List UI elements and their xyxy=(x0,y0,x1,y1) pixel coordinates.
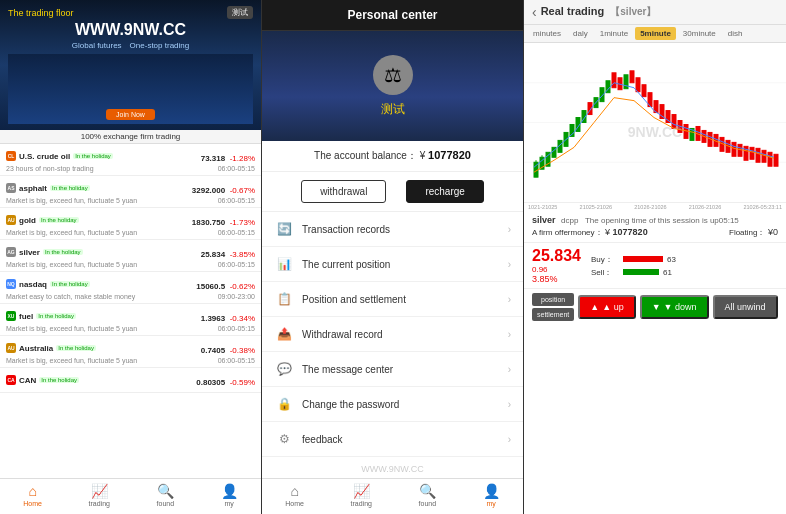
market-time: 06:00-05:15 xyxy=(218,325,255,332)
exchange-bar: 100% exchange firm trading xyxy=(0,130,261,144)
nav-item-home[interactable]: ⌂Home xyxy=(285,483,304,510)
svg-rect-18 xyxy=(612,73,616,88)
menu-label: Position and settlement xyxy=(302,294,508,305)
avatar: ⚖ xyxy=(373,55,413,95)
menu-item-position-and-settlement[interactable]: 📋 Position and settlement › xyxy=(262,282,523,317)
market-price: 0.7405 xyxy=(201,346,225,355)
market-time: 06:00-05:15 xyxy=(218,357,255,364)
down-button[interactable]: ▼ ▼ down xyxy=(640,295,709,319)
menu-icon: 📤 xyxy=(274,324,294,344)
tab-dish[interactable]: dish xyxy=(723,27,748,40)
home-icon: ⌂ xyxy=(28,483,36,499)
tab-5minute[interactable]: 5minute xyxy=(635,27,676,40)
market-item[interactable]: AU gold In the holiday 1830.750 -1.73% M… xyxy=(0,208,261,240)
tab-30minute[interactable]: 30minute xyxy=(678,27,721,40)
menu-label: The current position xyxy=(302,259,508,270)
market-item[interactable]: CL U.S. crude oil In the holiday 73.318 … xyxy=(0,144,261,176)
back-button[interactable]: ‹ xyxy=(532,4,537,20)
market-item[interactable]: CA CAN In the holiday 0.80305 -0.59% xyxy=(0,368,261,393)
menu-label: Withdrawal record xyxy=(302,329,508,340)
session-text: The opening time of this session is up05… xyxy=(585,216,739,225)
market-name: CAN xyxy=(19,376,36,385)
menu-item-the-current-position[interactable]: 📊 The current position › xyxy=(262,247,523,282)
trading-header: ‹ Real trading 【silver】 xyxy=(524,0,786,25)
menu-item-feedback[interactable]: ⚙ feedback › xyxy=(262,422,523,457)
market-badge: In the holiday xyxy=(36,313,76,319)
menu-item-the-message-center[interactable]: 💬 The message center › xyxy=(262,352,523,387)
market-item[interactable]: XU fuel In the holiday 1.3963 -0.34% Mar… xyxy=(0,304,261,336)
chevron-right-icon: › xyxy=(508,434,511,445)
market-badge: In the holiday xyxy=(73,153,113,159)
unwind-button[interactable]: All unwind xyxy=(713,295,778,319)
sell-bar xyxy=(623,269,659,275)
tab-daly[interactable]: daly xyxy=(568,27,593,40)
market-item[interactable]: NQ nasdaq In the holiday 15060.5 -0.62% … xyxy=(0,272,261,304)
trading-icon: 📈 xyxy=(353,483,370,499)
chevron-right-icon: › xyxy=(508,364,511,375)
position-button[interactable]: position xyxy=(532,293,574,306)
market-badge: In the holiday xyxy=(39,217,79,223)
market-note: Market easy to catch, make stable money xyxy=(6,293,135,300)
username: 测试 xyxy=(381,101,405,118)
trading-header: The trading floor 测试 WWW.9NW.CC Global f… xyxy=(0,0,261,130)
market-item[interactable]: AG silver In the holiday 25.834 -3.85% M… xyxy=(0,240,261,272)
svg-rect-42 xyxy=(756,148,760,162)
market-note: 23 hours of non-stop trading xyxy=(6,165,94,172)
tab-1minute[interactable]: 1minute xyxy=(595,27,633,40)
market-item[interactable]: AU Australia In the holiday 0.7405 -0.38… xyxy=(0,336,261,368)
nav-item-found[interactable]: 🔍found xyxy=(419,483,437,510)
svg-rect-40 xyxy=(744,146,748,160)
down-icon: ▼ xyxy=(652,302,661,312)
price-buysell-section: 25.834 0.96 3.85% Buy： 63 Sell： 61 xyxy=(524,243,786,289)
found-icon: 🔍 xyxy=(419,483,436,499)
ad-text: The trading floor xyxy=(8,8,74,18)
market-time: 06:00-05:15 xyxy=(218,165,255,172)
market-change: -3.85% xyxy=(230,250,255,259)
chevron-right-icon: › xyxy=(508,329,511,340)
trading-icon: 📈 xyxy=(91,483,108,499)
menu-item-change-the-password[interactable]: 🔒 Change the password › xyxy=(262,387,523,422)
floating-value: ¥0 xyxy=(768,227,778,237)
svg-text:9NW.CC: 9NW.CC xyxy=(628,124,682,140)
market-item[interactable]: AS asphalt In the holiday 3292.000 -0.67… xyxy=(0,176,261,208)
nav-item-my[interactable]: 👤my xyxy=(483,483,500,510)
nav-item-found[interactable]: 🔍found xyxy=(157,483,175,510)
tab-minutes[interactable]: minutes xyxy=(528,27,566,40)
market-name: gold xyxy=(19,216,36,225)
market-note: Market is big, exceed fun, fluctuate 5 y… xyxy=(6,261,137,268)
nav-item-home[interactable]: ⌂Home xyxy=(23,483,42,510)
recharge-button[interactable]: recharge xyxy=(406,180,483,203)
market-name: nasdaq xyxy=(19,280,47,289)
logo: WWW.9NW.CC xyxy=(75,21,186,39)
up-icon: ▲ xyxy=(590,302,599,312)
menu-icon: 🔄 xyxy=(274,219,294,239)
menu-label: The message center xyxy=(302,364,508,375)
market-change: -0.34% xyxy=(230,314,255,323)
withdrawal-button[interactable]: withdrawal xyxy=(301,180,386,203)
nav-item-trading[interactable]: 📈trading xyxy=(351,483,372,510)
market-name: silver xyxy=(19,248,40,257)
chart-tabs: minutesdaly1minute5minute30minutedish xyxy=(524,25,786,43)
menu-item-transaction-records[interactable]: 🔄 Transaction records › xyxy=(262,212,523,247)
market-change: -0.67% xyxy=(230,186,255,195)
market-price: 3292.000 xyxy=(192,186,225,195)
nav-item-my[interactable]: 👤my xyxy=(221,483,238,510)
balance-display: The account balance： ¥ 1077820 xyxy=(262,141,523,172)
offer-amount: 1077820 xyxy=(613,227,648,237)
market-note: Market is big, exceed fun, fluctuate 5 y… xyxy=(6,229,137,236)
nav-item-trading[interactable]: 📈trading xyxy=(89,483,110,510)
market-change: -0.62% xyxy=(230,282,255,291)
bottom-nav: ⌂Home📈trading🔍found👤my xyxy=(0,478,261,514)
up-button[interactable]: ▲ ▲ up xyxy=(578,295,635,319)
menu-item-withdrawal-record[interactable]: 📤 Withdrawal record › xyxy=(262,317,523,352)
cta-button[interactable]: Join Now xyxy=(106,109,155,120)
balance-amount: 1077820 xyxy=(428,149,471,161)
market-price: 73.318 xyxy=(201,154,225,163)
balance-currency: ¥ xyxy=(420,150,426,161)
market-badge: In the holiday xyxy=(50,185,90,191)
market-time: 06:00-05:15 xyxy=(218,229,255,236)
settlement-button[interactable]: settlement xyxy=(532,308,574,321)
page-title: Real trading 【silver】 xyxy=(541,5,778,19)
test-button[interactable]: 测试 xyxy=(227,6,253,19)
market-note: Market is big, exceed fun, fluctuate 5 y… xyxy=(6,325,137,332)
